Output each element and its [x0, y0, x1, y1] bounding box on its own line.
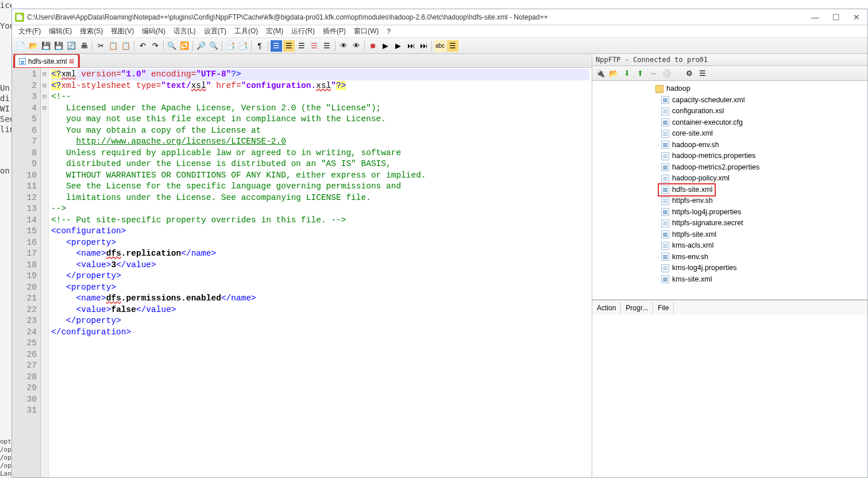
tb-new[interactable]: 📄 [15, 40, 26, 52]
menu-settings[interactable]: 设置(T) [200, 25, 230, 37]
file-icon [661, 175, 669, 183]
tree-file[interactable]: httpfs-log4j.properties [592, 207, 867, 218]
file-label: kms-acls.xml [672, 240, 713, 252]
tb-paste[interactable]: 📋 [120, 40, 132, 52]
tb-spellcheck[interactable]: abc [434, 40, 446, 52]
ftp-tree[interactable]: hadoopcapacity-scheduler.xmlconfiguratio… [592, 81, 867, 299]
file-label: hadoop-metrics2.properties [672, 162, 759, 174]
menu-view[interactable]: 视图(V) [107, 25, 137, 37]
tb-open[interactable]: 📂 [28, 40, 39, 52]
menu-tools[interactable]: 工具(O) [231, 25, 261, 37]
tree-file[interactable]: kms-log4j.properties [592, 263, 867, 274]
tb-save-all[interactable]: 💾 [53, 40, 64, 52]
file-icon [661, 275, 669, 283]
tb-fast-forward[interactable]: ⏭ [405, 40, 416, 52]
menu-file[interactable]: 文件(F) [15, 25, 44, 37]
tb-folder-open[interactable]: ☰ [308, 40, 320, 52]
tb-print[interactable]: 🖶 [78, 40, 90, 52]
fold-column[interactable]: ⊟⊟⊟⊟ [41, 68, 49, 477]
tab-hdfs-site[interactable]: hdfs-site.xml ⊠ [15, 55, 78, 67]
tb-find[interactable]: 🔍 [166, 40, 178, 52]
tb-close[interactable]: 🔄 [65, 40, 77, 52]
menu-plugins[interactable]: 插件(P) [319, 25, 349, 37]
file-label: core-site.xml [672, 128, 713, 140]
code-editor[interactable]: 1234567891011121314151617181920212223242… [12, 68, 592, 477]
tree-file[interactable]: hdfs-site.xml [592, 184, 867, 196]
tree-file[interactable]: kms-env.sh [592, 252, 867, 263]
tb-undo[interactable]: ↶ [137, 40, 148, 52]
tree-file[interactable]: httpfs-site.xml [592, 229, 867, 241]
file-label: capacity-scheduler.xml [672, 95, 744, 106]
menu-encoding[interactable]: 编码(N) [138, 25, 169, 37]
editor-area: hdfs-site.xml ⊠ 123456789101112131415161… [12, 54, 592, 477]
tb-copy[interactable]: 📋 [107, 40, 119, 52]
tb-play[interactable]: ▶ [380, 40, 391, 52]
tab-close-icon[interactable]: ⊠ [69, 57, 74, 65]
tree-folder-hadoop[interactable]: hadoop [592, 83, 867, 95]
tb-zoom-in[interactable]: 🔎 [195, 40, 207, 52]
tree-file[interactable]: hadoop-policy.xml [592, 173, 867, 184]
tb-wordwrap[interactable]: ¶ [254, 40, 265, 52]
tb-cut[interactable]: ✂ [95, 40, 106, 52]
ftp-bottom-tabs: Action Progr... File [592, 300, 867, 315]
tb-sync-v[interactable]: 📑 [225, 40, 236, 52]
file-icon [661, 197, 669, 205]
menu-edit[interactable]: 编辑(E) [45, 25, 75, 37]
ftp-messages-icon[interactable]: ☰ [697, 68, 708, 79]
tree-file[interactable]: core-site.xml [592, 128, 867, 140]
ftp-download-icon[interactable]: ⬇ [622, 68, 632, 79]
code-text[interactable]: <?xml version="1.0" encoding="UTF-8"?><?… [49, 68, 592, 477]
tree-file[interactable]: kms-acls.xml [592, 240, 867, 252]
ftp-refresh-icon[interactable]: ↔ [648, 68, 658, 79]
tb-show-all[interactable]: ☰ [271, 40, 282, 52]
tb-record[interactable]: ⏺ [367, 40, 379, 52]
menu-macro[interactable]: 宏(M) [263, 25, 287, 37]
app-icon [15, 13, 24, 22]
file-icon [661, 264, 669, 272]
ftp-open-icon[interactable]: 📂 [608, 68, 619, 79]
ftp-tab-action[interactable]: Action [592, 302, 621, 314]
tb-redo[interactable]: ↷ [149, 40, 161, 52]
tb-userlang[interactable]: ☰ [296, 40, 307, 52]
tree-file[interactable]: httpfs-env.sh [592, 195, 867, 207]
ftp-tab-file[interactable]: File [653, 302, 674, 314]
titlebar: C:\Users\Brave\AppData\Roaming\Notepad++… [12, 9, 867, 25]
file-icon [661, 107, 669, 115]
tb-doc-map[interactable]: ☰ [321, 40, 333, 52]
tree-file[interactable]: kms-site.xml [592, 274, 867, 286]
tb-monitor[interactable]: 👁 [350, 40, 362, 52]
tb-save[interactable]: 💾 [40, 40, 52, 52]
minimize-button[interactable]: — [807, 11, 823, 23]
tree-file[interactable]: configuration.xsl [592, 106, 867, 117]
menu-language[interactable]: 语言(L) [170, 25, 199, 37]
tb-play-multi[interactable]: ▶ [392, 40, 404, 52]
maximize-button[interactable]: ☐ [828, 11, 844, 23]
ftp-toolbar: 🔌 📂 ⬇ ⬆ ↔ ⚪ ⚙ ☰ [592, 66, 867, 81]
ftp-connect-icon[interactable]: 🔌 [595, 68, 605, 79]
tb-compare[interactable]: ☰ [447, 40, 458, 52]
menu-help[interactable]: ? [383, 26, 394, 37]
menu-window[interactable]: 窗口(W) [350, 25, 382, 37]
ftp-settings-icon[interactable]: ⚙ [684, 68, 695, 79]
tree-file[interactable]: container-executor.cfg [592, 117, 867, 129]
ftp-abort-icon[interactable]: ⚪ [661, 68, 672, 79]
tree-file[interactable]: hadoop-metrics.properties [592, 151, 867, 162]
ftp-upload-icon[interactable]: ⬆ [635, 68, 645, 79]
tb-zoom-out[interactable]: 🔍 [208, 40, 219, 52]
tree-file[interactable]: capacity-scheduler.xml [592, 95, 867, 106]
close-button[interactable]: ✕ [848, 11, 865, 23]
tb-replace[interactable]: 🔁 [179, 40, 190, 52]
menu-run[interactable]: 运行(R) [288, 25, 318, 37]
file-label: kms-env.sh [672, 252, 708, 263]
tb-indent-guide[interactable]: ☰ [283, 40, 295, 52]
menu-search[interactable]: 搜索(S) [76, 25, 106, 37]
tb-sync-h[interactable]: 📑 [237, 40, 249, 52]
tree-file[interactable]: httpfs-signature.secret [592, 218, 867, 229]
ftp-tab-progress[interactable]: Progr... [621, 302, 653, 314]
notepadpp-window: C:\Users\Brave\AppData\Roaming\Notepad++… [11, 9, 868, 478]
tree-file[interactable]: hadoop-env.sh [592, 140, 867, 151]
tb-func-list[interactable]: 👁 [338, 40, 349, 52]
file-label: hadoop-policy.xml [672, 173, 730, 184]
tb-save-macro[interactable]: ⏭ [418, 40, 429, 52]
tree-file[interactable]: hadoop-metrics2.properties [592, 162, 867, 174]
